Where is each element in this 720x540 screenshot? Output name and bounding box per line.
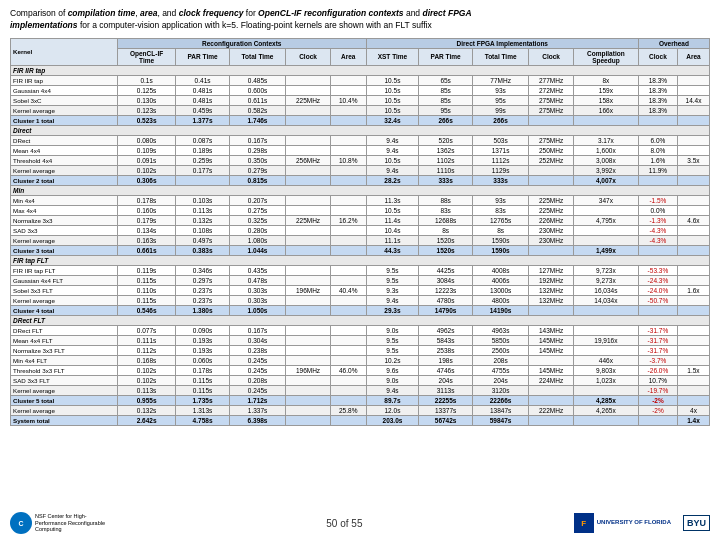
table-cell: 0.485s — [229, 75, 285, 85]
table-cell: 204s — [419, 375, 473, 385]
table-cell — [330, 145, 366, 155]
table-cell: 0.132s — [117, 405, 175, 415]
table-cell: 0.346s — [176, 265, 230, 275]
table-row: Cluster 2 total0.306s0.815s28.2s333s333s… — [11, 175, 710, 185]
table-cell: -31.7% — [638, 345, 677, 355]
table-cell: 0.41s — [176, 75, 230, 85]
table-cell — [286, 265, 331, 275]
table-cell: 0.237s — [176, 285, 230, 295]
group-header-fpga: Direct FPGA Implementations — [366, 38, 638, 48]
table-cell: 158x — [573, 95, 638, 105]
table-cell: 95s — [472, 95, 528, 105]
table-cell: 8s — [472, 225, 528, 235]
table-cell: 5850s — [472, 335, 528, 345]
table-cell: 446x — [573, 355, 638, 365]
table-cell — [638, 245, 677, 255]
table-cell: 22255s — [419, 395, 473, 405]
table-cell: 10.2s — [366, 355, 419, 365]
table-cell — [330, 335, 366, 345]
table-cell: 40.4% — [330, 285, 366, 295]
table-cell: 0.110s — [117, 285, 175, 295]
table-cell — [330, 195, 366, 205]
uf-icon: F — [574, 513, 594, 533]
table-cell: 1.050s — [229, 305, 285, 315]
table-cell: 4425s — [419, 265, 473, 275]
table-cell: Sobel 3xC — [11, 95, 118, 105]
table-cell: Mean 4x4 FLT — [11, 335, 118, 345]
table-cell: Cluster 5 total — [11, 395, 118, 405]
table-cell: 0.600s — [229, 85, 285, 95]
table-cell: 0.350s — [229, 155, 285, 165]
table-cell: 83s — [419, 205, 473, 215]
table-cell: 0.113s — [117, 385, 175, 395]
table-cell: 0.102s — [117, 365, 175, 375]
table-cell: 225MHz — [529, 205, 574, 215]
table-cell: Cluster 3 total — [11, 245, 118, 255]
table-row: Cluster 5 total0.955s1.735s1.712s89.7s22… — [11, 395, 710, 405]
table-cell: 333s — [419, 175, 473, 185]
table-cell — [330, 105, 366, 115]
table-cell: 0.459s — [176, 105, 230, 115]
table-cell: 14790s — [419, 305, 473, 315]
table-cell: 0.177s — [176, 165, 230, 175]
table-cell: 12765s — [472, 215, 528, 225]
table-cell: 0.103s — [176, 195, 230, 205]
table-cell: 1371s — [472, 145, 528, 155]
section-label: Direct — [11, 125, 710, 135]
table-cell: 8.0% — [638, 145, 677, 155]
section-row: FIR tap FLT — [11, 255, 710, 265]
table-cell: 18.3% — [638, 85, 677, 95]
table-row: Kernel average0.113s0.115s0.245s9.4s3113… — [11, 385, 710, 395]
table-cell — [330, 415, 366, 425]
table-cell — [330, 205, 366, 215]
table-cell: 0.189s — [176, 145, 230, 155]
table-cell: 9,273x — [573, 275, 638, 285]
section-label: DRect FLT — [11, 315, 710, 325]
table-cell: 10.4s — [366, 225, 419, 235]
section-label: Min — [11, 185, 710, 195]
table-cell — [330, 115, 366, 125]
table-cell: 99s — [472, 105, 528, 115]
table-cell: 77MHz — [472, 75, 528, 85]
table-cell — [677, 325, 709, 335]
table-cell: -24.3% — [638, 275, 677, 285]
table-cell: 166x — [573, 105, 638, 115]
table-cell: 1.337s — [229, 405, 285, 415]
table-cell: 127MHz — [529, 265, 574, 275]
table-cell: 1.380s — [176, 305, 230, 315]
table-cell: 143MHz — [529, 325, 574, 335]
table-cell: 0.325s — [229, 215, 285, 225]
table-cell: 503s — [472, 135, 528, 145]
table-cell: Mean 4x4 — [11, 145, 118, 155]
col-par-time: PAR Time — [176, 48, 230, 65]
table-cell — [677, 355, 709, 365]
table-cell: -4.3% — [638, 235, 677, 245]
table-cell: 13000s — [472, 285, 528, 295]
table-cell: 4.6x — [677, 215, 709, 225]
table-cell: 4746s — [419, 365, 473, 375]
table-cell — [573, 235, 638, 245]
table-row: System total2.642s4.758s6.398s203.0s5674… — [11, 415, 710, 425]
table-cell — [677, 195, 709, 205]
table-cell: 0.091s — [117, 155, 175, 165]
uf-text: UNIVERSITY OF FLORIDA — [597, 519, 671, 527]
table-cell: -4.3% — [638, 225, 677, 235]
table-cell: 226MHz — [529, 215, 574, 225]
table-cell: 520s — [419, 135, 473, 145]
table-cell — [330, 275, 366, 285]
table-cell — [286, 305, 331, 315]
table-cell: 44.3s — [366, 245, 419, 255]
table-cell — [330, 395, 366, 405]
table-cell: -19.7% — [638, 385, 677, 395]
table-cell — [286, 205, 331, 215]
table-cell: 16,034s — [573, 285, 638, 295]
table-cell: 2538s — [419, 345, 473, 355]
uf-logo: F UNIVERSITY OF FLORIDA — [574, 513, 671, 533]
table-row: Mean 4x40.109s0.189s0.298s9.4s1362s1371s… — [11, 145, 710, 155]
table-row: Cluster 1 total0.523s1.377s1.746s32.4s26… — [11, 115, 710, 125]
table-cell: 46.0% — [330, 365, 366, 375]
table-cell: 4,007x — [573, 175, 638, 185]
table-row: Mean 4x4 FLT0.111s0.193s0.304s9.5s5843s5… — [11, 335, 710, 345]
table-cell: 4800s — [472, 295, 528, 305]
table-cell — [176, 175, 230, 185]
